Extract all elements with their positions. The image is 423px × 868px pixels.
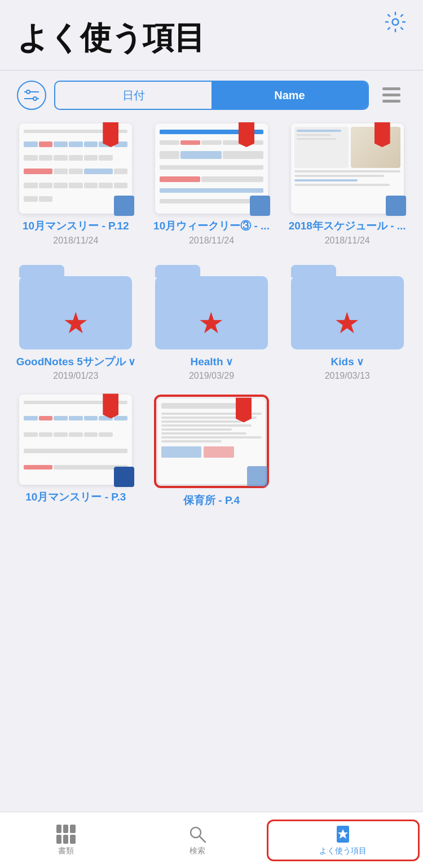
bottom-navigation: 書類 検索 よく使う項目 <box>0 812 423 868</box>
bookmark-ribbon <box>239 122 254 147</box>
items-grid: 10月マンスリー - P.12 2018/11/24 <box>0 123 423 510</box>
sort-date-button[interactable]: 日付 <box>55 82 211 109</box>
item-label: 保育所 - P.4 <box>149 494 274 508</box>
bookmark-ribbon <box>103 122 118 147</box>
chevron-down-icon: ∨ <box>356 356 364 367</box>
grid-icon <box>56 825 76 844</box>
item-label: 10月ウィークリー③ - ... <box>149 219 274 233</box>
corner-tab <box>386 196 406 216</box>
folder-body: ★ <box>19 276 132 349</box>
nav-label-favorites: よく使う項目 <box>319 846 367 856</box>
item-thumbnail <box>155 123 268 214</box>
item-date: 2019/01/23 <box>53 371 98 381</box>
page-title: よく使う項目 <box>17 17 406 60</box>
corner-tab <box>250 196 270 216</box>
filter-button[interactable] <box>17 81 46 110</box>
item-thumbnail <box>291 123 404 214</box>
selected-border <box>154 395 269 488</box>
list-item[interactable]: 10月マンスリー - P.3 <box>14 395 138 510</box>
folder-star: ★ <box>334 306 360 340</box>
bookmark-ribbon <box>374 122 390 147</box>
sort-name-button[interactable]: Name <box>211 82 368 109</box>
bookmark-ribbon <box>103 393 118 418</box>
header: よく使う項目 <box>0 0 423 60</box>
list-item[interactable]: 2018年スケジュール - ... 2018/11/24 <box>285 123 409 246</box>
item-label: Health∨ <box>149 355 274 369</box>
item-thumbnail <box>19 395 132 485</box>
item-label: 10月マンスリー - P.3 <box>14 490 138 504</box>
settings-button[interactable] <box>385 11 406 34</box>
chevron-down-icon: ∨ <box>226 356 233 367</box>
nav-item-search[interactable]: 検索 <box>131 819 263 862</box>
sort-toggle: 日付 Name <box>54 81 369 110</box>
item-date: 2018/11/24 <box>325 236 370 246</box>
list-item[interactable]: ★ GoodNotes 5サンプル∨ 2019/01/23 <box>14 259 138 382</box>
item-label: 2018年スケジュール - ... <box>285 219 409 233</box>
nav-label-documents: 書類 <box>58 846 74 856</box>
divider <box>0 70 423 70</box>
list-item[interactable]: 10月ウィークリー③ - ... 2018/11/24 <box>149 123 274 246</box>
folder-tab <box>19 265 64 277</box>
folder-tab <box>291 265 336 277</box>
toolbar: 日付 Name <box>0 81 423 110</box>
item-date: 2018/11/24 <box>53 236 98 246</box>
bookmark-ribbon <box>236 397 252 422</box>
folder-body: ★ <box>155 276 268 349</box>
nav-item-favorites[interactable]: よく使う項目 <box>267 820 420 861</box>
list-item[interactable]: 10月マンスリー - P.12 2018/11/24 <box>14 123 138 246</box>
list-item[interactable]: 保育所 - P.4 <box>149 395 274 510</box>
item-label: Kids∨ <box>285 355 409 369</box>
svg-rect-7 <box>382 87 400 90</box>
folder-thumbnail: ★ <box>19 259 132 349</box>
svg-line-11 <box>200 836 205 842</box>
list-item[interactable]: ★ Kids∨ 2019/03/13 <box>285 259 409 382</box>
list-view-button[interactable] <box>377 81 406 110</box>
folder-tab <box>155 265 200 277</box>
svg-rect-8 <box>382 94 400 96</box>
item-date: 2018/11/24 <box>189 236 234 246</box>
folder-thumbnail: ★ <box>155 259 268 349</box>
search-icon <box>188 825 207 844</box>
item-thumbnail <box>19 123 132 214</box>
folder-star: ★ <box>198 306 224 340</box>
svg-point-0 <box>393 19 399 25</box>
corner-tab <box>114 196 134 216</box>
main-content: 10月マンスリー - P.12 2018/11/24 <box>0 123 423 572</box>
nav-label-search: 検索 <box>190 846 205 856</box>
folder-thumbnail: ★ <box>291 259 404 349</box>
star-bookmark-icon <box>333 825 352 844</box>
folder-star: ★ <box>63 306 89 340</box>
folder-body: ★ <box>291 276 404 349</box>
corner-tab <box>114 467 134 487</box>
item-label: 10月マンスリー - P.12 <box>14 219 138 233</box>
list-item[interactable]: ★ Health∨ 2019/03/29 <box>149 259 274 382</box>
item-thumbnail <box>158 398 265 484</box>
item-date: 2019/03/29 <box>189 371 234 381</box>
item-date: 2019/03/13 <box>325 371 370 381</box>
nav-item-documents[interactable]: 書類 <box>0 819 131 862</box>
svg-rect-9 <box>382 100 400 103</box>
corner-tab <box>247 466 267 486</box>
item-label: GoodNotes 5サンプル∨ <box>14 355 138 369</box>
chevron-down-icon: ∨ <box>128 356 135 367</box>
